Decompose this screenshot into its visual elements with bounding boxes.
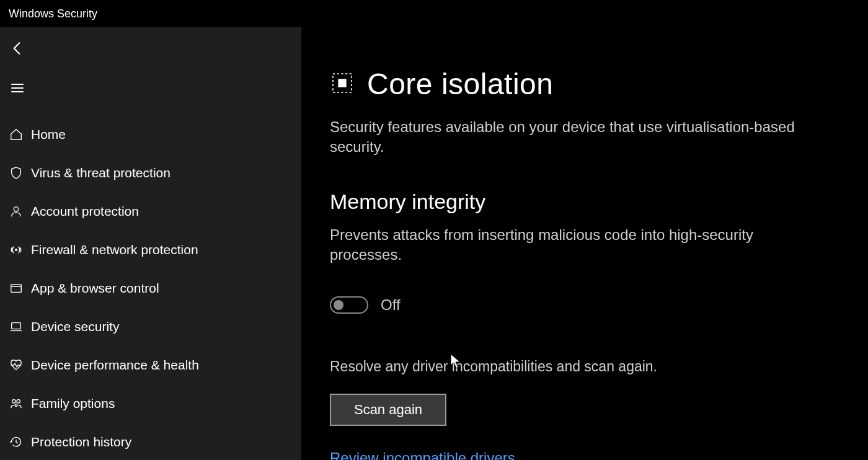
- signal-icon: [5, 243, 27, 257]
- svg-point-5: [17, 400, 20, 404]
- svg-point-4: [12, 400, 16, 404]
- svg-point-0: [14, 207, 18, 211]
- resolve-text: Resolve any driver incompatibilities and…: [330, 358, 831, 375]
- family-icon: [5, 397, 27, 410]
- main-content: Core isolation Security features availab…: [301, 27, 868, 460]
- sidebar-item-label: Protection history: [31, 435, 131, 449]
- svg-rect-8: [338, 79, 346, 87]
- laptop-icon: [5, 320, 27, 334]
- window-icon: [5, 281, 27, 295]
- home-icon: [5, 128, 27, 141]
- hamburger-icon: [10, 81, 25, 95]
- sidebar-item-performance[interactable]: Device performance & health: [0, 346, 301, 384]
- svg-rect-2: [11, 285, 22, 293]
- sidebar-item-device-security[interactable]: Device security: [0, 307, 301, 346]
- sidebar-item-label: Device performance & health: [31, 358, 199, 373]
- shield-icon: [5, 166, 27, 180]
- sidebar-item-label: Firewall & network protection: [31, 242, 198, 257]
- review-drivers-link[interactable]: Review incompatible drivers: [330, 449, 515, 460]
- person-icon: [5, 205, 27, 218]
- sidebar-item-label: Home: [31, 127, 66, 142]
- sidebar-item-home[interactable]: Home: [0, 115, 301, 154]
- sidebar-item-virus[interactable]: Virus & threat protection: [0, 154, 301, 192]
- sidebar-item-family[interactable]: Family options: [0, 384, 301, 423]
- sidebar-item-label: Device security: [31, 319, 119, 334]
- toggle-knob: [334, 300, 343, 310]
- scan-button-label: Scan again: [354, 402, 422, 418]
- hamburger-button[interactable]: [2, 73, 32, 103]
- scan-again-button[interactable]: Scan again: [330, 394, 446, 426]
- sidebar-item-account[interactable]: Account protection: [0, 192, 301, 231]
- back-arrow-icon: [9, 40, 25, 56]
- titlebar: Windows Security: [0, 0, 868, 27]
- sidebar: Home Virus & threat protection Account p…: [0, 27, 301, 460]
- sidebar-item-label: Virus & threat protection: [31, 166, 170, 180]
- nav-list: Home Virus & threat protection Account p…: [0, 115, 301, 460]
- chip-icon: [330, 71, 355, 98]
- memory-integrity-toggle[interactable]: [330, 296, 368, 314]
- sidebar-item-label: App & browser control: [31, 281, 159, 296]
- sidebar-item-label: Account protection: [31, 204, 139, 219]
- svg-point-1: [16, 249, 17, 251]
- svg-rect-3: [12, 323, 21, 329]
- page-subtitle: Security features available on your devi…: [330, 117, 801, 157]
- section-description: Prevents attacks from inserting maliciou…: [330, 225, 776, 265]
- sidebar-item-label: Family options: [31, 396, 115, 411]
- svg-point-6: [15, 404, 17, 407]
- sidebar-item-app-browser[interactable]: App & browser control: [0, 269, 301, 307]
- back-button[interactable]: [2, 33, 32, 63]
- section-heading: Memory integrity: [330, 190, 831, 214]
- heart-icon: [5, 358, 27, 372]
- sidebar-item-history[interactable]: Protection history: [0, 423, 301, 460]
- toggle-state-label: Off: [381, 296, 401, 314]
- history-icon: [5, 435, 27, 449]
- app-name: Windows Security: [9, 7, 97, 20]
- sidebar-item-firewall[interactable]: Firewall & network protection: [0, 231, 301, 269]
- page-title: Core isolation: [367, 67, 553, 101]
